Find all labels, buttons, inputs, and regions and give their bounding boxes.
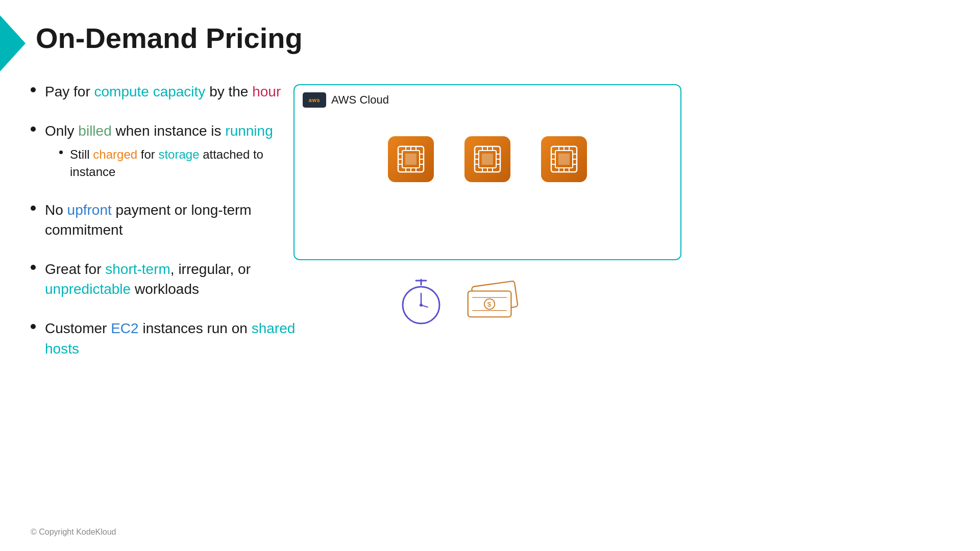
sub-bullet-charged: charged [93,147,137,161]
bullet-2: Only billed when instance is running Sti… [31,121,306,180]
bullet-3-upfront: upfront [67,202,112,218]
aws-logo: aws [303,92,326,108]
bottom-icons: $ [398,276,521,327]
bullet-1-compute-capacity: compute capacity [94,84,205,99]
sub-bullet-storage: storage [158,147,199,161]
bullet-5-text: Customer EC2 instances run on shared hos… [45,318,306,358]
bullet-dot-3 [31,206,36,211]
page-title: On-Demand Pricing [36,21,303,55]
aws-cloud-header: aws AWS Cloud [303,92,389,108]
title-arrow-decoration [0,15,26,71]
timer-icon [398,276,444,327]
ec2-instance-icon-3 [541,136,587,182]
bullet-1-hour: hour [252,84,281,99]
bullet-1-text: Pay for compute capacity by the hour [45,82,281,102]
copyright-text: © Copyright KodeKloud [31,528,116,537]
sub-bullet-dot-2-1 [59,151,63,154]
ec2-icons-row [295,136,680,182]
bullet-dot-5 [31,324,36,329]
ec2-instance-svg-2 [472,144,503,174]
bullet-1: Pay for compute capacity by the hour [31,82,306,102]
cash-icon: $ [464,281,521,321]
sub-bullet-2-1: Still charged for storage attached to in… [59,146,306,180]
ec2-instance-icon-1 [388,136,434,182]
bullet-5-shared-hosts: shared hosts [45,320,295,356]
bullet-2-text: Only billed when instance is running [45,121,273,141]
aws-cloud-box: aws AWS Cloud [293,84,681,260]
aws-cloud-label: AWS Cloud [331,93,389,107]
bullet-4: Great for short-term, irregular, or unpr… [31,259,306,299]
bullet-4-unpredictable: unpredictable [45,281,131,297]
ec2-instance-svg-1 [396,144,426,174]
bullet-5: Customer EC2 instances run on shared hos… [31,318,306,358]
svg-rect-32 [558,154,570,165]
sub-bullet-2-1-text: Still charged for storage attached to in… [70,146,306,180]
bullet-2-billed: billed [78,123,111,139]
bullet-4-short-term: short-term [105,261,170,277]
bullet-dot-2 [31,127,36,132]
svg-text:$: $ [487,300,492,308]
bullet-3-text: No upfront payment or long-term commitme… [45,200,306,240]
bullet-dot-4 [31,265,36,270]
bullet-5-ec2: EC2 [111,320,138,336]
ec2-instance-icon-2 [464,136,510,182]
svg-rect-17 [482,154,493,165]
bullet-2-running: running [225,123,273,139]
bullet-3: No upfront payment or long-term commitme… [31,200,306,240]
svg-rect-2 [405,154,416,165]
bullet-dot-1 [31,87,36,92]
bullets-section: Pay for compute capacity by the hour Onl… [31,82,306,378]
ec2-instance-svg-3 [549,144,579,174]
aws-logo-text: aws [309,97,320,103]
bullet-4-text: Great for short-term, irregular, or unpr… [45,259,306,299]
